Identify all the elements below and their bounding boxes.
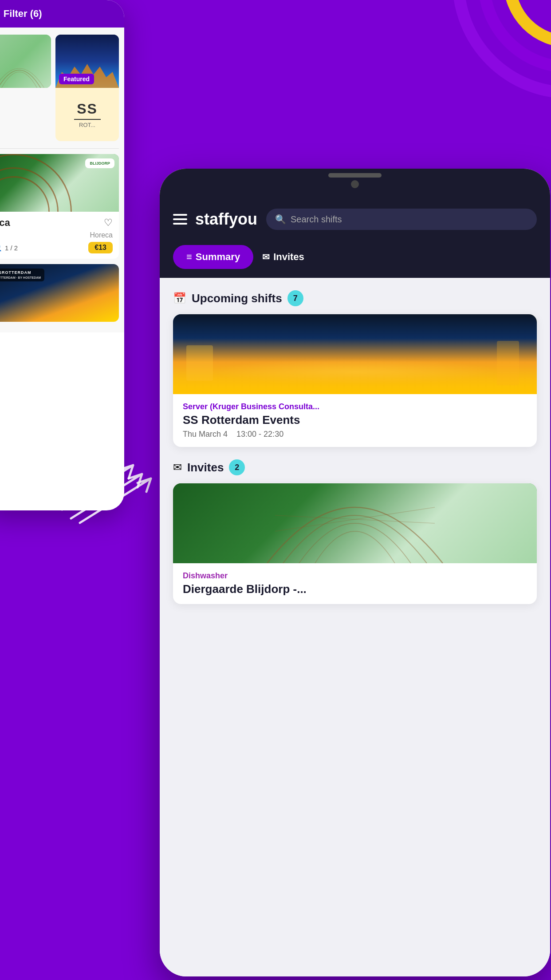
shift-client: Server (Kruger Business Consulta... (183, 402, 527, 411)
upcoming-count-badge: 7 (287, 290, 303, 306)
ss-logo-text: SS (77, 101, 98, 117)
calendar-icon: 📅 (173, 292, 186, 304)
svg-line-4 (275, 515, 435, 523)
invite-card-body: Dishwasher Diergaarde Blijdorp -... (173, 563, 537, 604)
dome-svg (173, 483, 537, 563)
filter-label: Filter (6) (4, 8, 42, 20)
envelope-section-icon: ✉ (173, 461, 182, 474)
filter-header[interactable]: ▼ Filter (6) (0, 0, 124, 28)
upcoming-shifts-header: 📅 Upcoming shifts 7 (173, 290, 537, 306)
dome-decoration (0, 45, 51, 88)
svg-point-0 (509, 0, 551, 42)
spots-info: 👤 1 / 2 (0, 244, 18, 252)
invites-count-badge: 2 (229, 459, 245, 475)
summary-icon: ≡ (186, 251, 192, 263)
shift-datetime: Thu March 4 13:00 - 22:30 (183, 430, 527, 439)
right-phone: staffyou 🔍 Search shifts ≡ Summary ✉ Inv… (160, 169, 550, 976)
diergaarde-card[interactable]: BLIJDORP ♡ eca Horeca 👤 1 / 2 €13 (0, 154, 119, 259)
invites-section: ✉ Invites 2 (173, 459, 537, 604)
shift-card[interactable]: Server (Kruger Business Consulta... SS R… (173, 314, 537, 447)
shift-time: 13:00 - 22:30 (236, 430, 283, 439)
tab-summary[interactable]: ≡ Summary (173, 245, 253, 269)
ss-card-image: SSROTTERDAM ROTTERDAM · BY HOSTEDAM (0, 264, 119, 322)
notch-bar (160, 169, 550, 200)
blijdorp-logo: BLIJDORP (85, 158, 114, 168)
search-icon: 🔍 (275, 214, 286, 225)
venue-name: eca (0, 217, 113, 229)
tab-bar: ≡ Summary ✉ Invites (160, 239, 550, 278)
hamburger-menu[interactable] (173, 214, 187, 225)
shift-venue: SS Rotterdam Events (183, 413, 527, 427)
notch-pill (328, 173, 382, 178)
bg-arcs (365, 0, 551, 186)
invite-venue: Diergaarde Blijdorp -... (183, 582, 527, 596)
arrow-decoration (44, 430, 169, 527)
summary-label: Summary (196, 251, 240, 263)
camera-dot (351, 180, 359, 188)
person-icon: 👤 (0, 244, 2, 252)
invites-label: Invites (273, 251, 304, 263)
diergaarde-image: BLIJDORP (0, 154, 119, 212)
ss-logo-overlay: SSROTTERDAM ROTTERDAM · BY HOSTEDAM (0, 269, 44, 281)
tab-invites[interactable]: ✉ Invites (262, 251, 304, 263)
app-header: staffyou 🔍 Search shifts (160, 200, 550, 239)
shift-date: Thu March 4 (183, 430, 228, 439)
featured-badge: Featured (59, 74, 94, 84)
shift-image (173, 314, 537, 394)
upcoming-shifts-title: Upcoming shifts (192, 292, 282, 305)
green-card[interactable] (0, 35, 51, 88)
envelope-icon: ✉ (262, 252, 270, 262)
app-logo: staffyou (195, 210, 257, 229)
rot-text: ROT... (79, 122, 95, 128)
search-bar[interactable]: 🔍 Search shifts (266, 209, 537, 230)
invite-card[interactable]: Dishwasher Diergaarde Blijdorp -... (173, 483, 537, 604)
main-content: 📅 Upcoming shifts 7 Server (Kruger Busin… (160, 278, 550, 976)
ss-rotterdam-card[interactable]: SSROTTERDAM ROTTERDAM · BY HOSTEDAM (0, 264, 119, 322)
shift-card-body: Server (Kruger Business Consulta... SS R… (173, 394, 537, 447)
invites-section-title: Invites (187, 461, 224, 474)
featured-card[interactable]: Featured SS ROT... (55, 35, 119, 141)
search-placeholder: Search shifts (291, 214, 342, 225)
invites-header: ✉ Invites 2 (173, 459, 537, 475)
heart-icon[interactable]: ♡ (104, 217, 113, 229)
invite-image (173, 483, 537, 563)
invite-role: Dishwasher (183, 571, 527, 581)
wage-badge: €13 (88, 242, 113, 253)
venue-type: Horeca (0, 231, 113, 239)
